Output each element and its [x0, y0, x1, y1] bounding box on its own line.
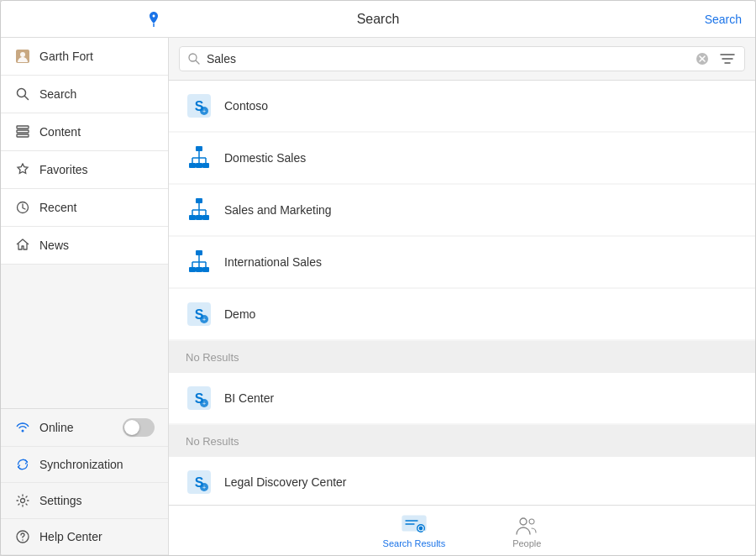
sidebar-item-synchronization[interactable]: Synchronization	[1, 447, 168, 483]
svg-text:+: +	[202, 401, 206, 407]
result-demo-label: Demo	[224, 307, 255, 321]
svg-rect-27	[196, 163, 202, 168]
online-label: Online	[39, 421, 123, 434]
result-item-sales-marketing[interactable]: Sales and Marketing	[169, 185, 755, 235]
svg-point-9	[22, 430, 24, 433]
sidebar-content-label: Content	[39, 125, 81, 139]
result-item-international-sales[interactable]: International Sales	[169, 237, 755, 287]
settings-icon	[14, 492, 31, 509]
svg-point-71	[529, 519, 534, 524]
result-item-legal-discovery[interactable]: S + Legal Discovery Center	[169, 457, 755, 505]
svg-rect-46	[202, 267, 209, 272]
svg-rect-25	[196, 146, 202, 151]
content-icon	[14, 123, 31, 140]
search-input-wrapper	[179, 46, 745, 71]
sharepoint-icon-demo: S +	[186, 301, 213, 328]
sidebar-search-label: Search	[39, 87, 76, 101]
sidebar-search-icon	[14, 86, 31, 102]
sidebar-item-recent[interactable]: Recent	[1, 189, 168, 227]
header: Search Search	[1, 1, 755, 38]
svg-point-12	[22, 539, 24, 541]
toggle-knob	[124, 420, 139, 435]
svg-point-2	[20, 52, 25, 57]
result-bi-label: BI Center	[224, 391, 274, 405]
svg-rect-36	[196, 215, 202, 220]
online-toggle[interactable]	[123, 418, 155, 437]
result-domestic-label: Domestic Sales	[224, 151, 306, 165]
sidebar-item-garth-fort[interactable]: Garth Fort	[1, 38, 168, 76]
sidebar-garth-fort-label: Garth Fort	[39, 50, 93, 63]
search-clear-icon[interactable]	[696, 52, 709, 66]
result-item-demo[interactable]: S + Demo	[169, 289, 755, 339]
svg-rect-26	[189, 163, 196, 168]
sharepoint-icon-legal: S +	[186, 469, 213, 496]
home-icon	[14, 237, 31, 254]
sharepoint-icon-bi: S +	[186, 385, 213, 412]
no-results-section-2: No Results	[169, 425, 755, 457]
sidebar-item-settings[interactable]: Settings	[1, 483, 168, 519]
recent-icon	[14, 199, 31, 216]
search-icon	[188, 53, 200, 65]
sidebar-item-online[interactable]: Online	[1, 409, 168, 447]
svg-rect-35	[189, 215, 196, 220]
tab-search-results[interactable]: Search Results	[349, 508, 480, 553]
header-search-button[interactable]: Search	[705, 13, 742, 26]
sidebar-item-favorites[interactable]: Favorites	[1, 151, 168, 189]
sidebar-recent-label: Recent	[39, 201, 76, 214]
result-contoso-label: Contoso	[224, 99, 268, 113]
header-title: Search	[357, 12, 400, 27]
sidebar-item-news[interactable]: News	[1, 227, 168, 265]
sidebar: Garth Fort Search	[1, 38, 169, 555]
svg-text:+: +	[202, 108, 206, 114]
org-icon-sales-marketing	[186, 197, 213, 223]
sidebar-nav: Garth Fort Search	[1, 38, 168, 408]
no-results-text-2: No Results	[186, 435, 239, 448]
svg-rect-37	[202, 215, 209, 220]
result-item-domestic-sales[interactable]: Domestic Sales	[169, 133, 755, 183]
online-icon	[14, 419, 31, 436]
search-results-icon	[401, 513, 428, 537]
svg-line-14	[196, 60, 199, 64]
org-icon-international	[186, 249, 213, 275]
people-icon	[513, 513, 540, 537]
no-results-section-1: No Results	[169, 341, 755, 373]
no-results-text-1: No Results	[186, 351, 239, 364]
content-area: S + Contoso	[169, 38, 755, 555]
sidebar-item-help[interactable]: Help Center	[1, 519, 168, 555]
search-input[interactable]	[207, 52, 696, 66]
sharepoint-icon-contoso: S +	[186, 92, 213, 119]
search-bar	[169, 38, 755, 81]
star-icon	[14, 161, 31, 178]
svg-rect-43	[196, 250, 202, 255]
filter-icon[interactable]	[719, 52, 736, 66]
svg-rect-28	[202, 163, 209, 168]
main-layout: Garth Fort Search	[1, 38, 755, 555]
svg-line-4	[25, 97, 29, 100]
sidebar-bottom: Online Synchronizat	[1, 408, 168, 555]
svg-rect-44	[189, 267, 196, 272]
result-legal-label: Legal Discovery Center	[224, 475, 347, 489]
bottom-tabs: Search Results People	[169, 505, 755, 555]
settings-label: Settings	[39, 494, 82, 507]
result-item-contoso[interactable]: S + Contoso	[169, 81, 755, 131]
user-icon	[14, 48, 31, 65]
svg-point-10	[21, 499, 25, 503]
sidebar-favorites-label: Favorites	[39, 163, 88, 176]
synchronization-label: Synchronization	[39, 458, 123, 471]
org-icon-domestic	[186, 144, 213, 171]
tab-people[interactable]: People	[479, 508, 575, 553]
help-icon	[14, 528, 31, 545]
svg-rect-34	[196, 198, 202, 203]
tab-people-label: People	[512, 538, 541, 548]
results-list: S + Contoso	[169, 81, 755, 505]
sidebar-item-content[interactable]: Content	[1, 113, 168, 151]
sidebar-item-search[interactable]: Search	[1, 76, 168, 113]
result-item-bi-center[interactable]: S + BI Center	[169, 373, 755, 423]
result-international-label: International Sales	[224, 255, 322, 269]
svg-rect-7	[17, 134, 29, 137]
svg-text:+: +	[202, 317, 206, 323]
result-sales-marketing-label: Sales and Marketing	[224, 203, 332, 217]
pin-icon	[148, 12, 160, 27]
svg-text:+: +	[202, 485, 206, 490]
sync-icon	[14, 456, 31, 473]
